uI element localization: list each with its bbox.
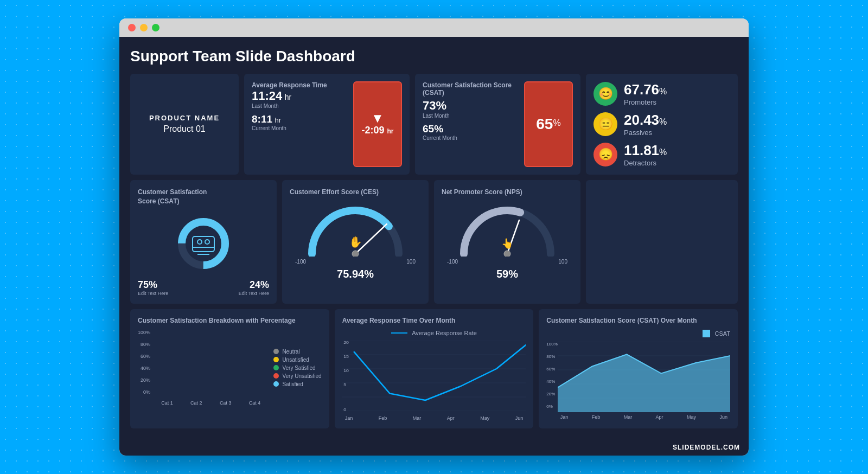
csat-info: Customer Satisfaction Score (CSAT) 73% L…: [423, 81, 519, 167]
bar-group-1: Cat 1: [154, 398, 181, 406]
detractors-data: 11.81% Detractors: [624, 142, 667, 167]
nps-panel: 😊 67.76% Promoters 😑 20.43%: [586, 74, 738, 175]
dashboard-title: Support Team Slide Dashboard: [130, 48, 738, 65]
csat-badge-box: 65%: [524, 81, 573, 167]
ces-gauge-labels: -100 100: [290, 259, 421, 265]
nps-gauge-wrap: 👆: [442, 202, 573, 257]
browser-window: Support Team Slide Dashboard PRODUCT NAM…: [119, 18, 749, 456]
product-card: PRODUCT NAME Product 01: [130, 74, 239, 175]
bar-chart-container: 100% 80% 60% 40% 20% 0% Cat 1: [138, 330, 322, 406]
csat-header-card: Customer Satisfaction Score (CSAT) 73% L…: [415, 74, 580, 175]
legend-neutral: Neutral: [273, 349, 321, 355]
rt-last-month-value: 11:24 hr: [252, 89, 348, 103]
bar-chart-area: 100% 80% 60% 40% 20% 0% Cat 1: [138, 330, 268, 406]
svg-text:20: 20: [343, 341, 349, 345]
detractors-row: 😞 11.81% Detractors: [593, 142, 730, 167]
nps-score-value: 59%: [442, 268, 573, 280]
csat-donut-container: [138, 211, 269, 276]
rt-current-month-label: Current Month: [252, 125, 348, 131]
passives-data: 20.43% Passives: [624, 112, 667, 137]
close-button[interactable]: [128, 24, 136, 31]
bottom-row: Customer Satisfaction Breakdown with Per…: [130, 309, 738, 428]
bar-chart-legend: Neutral Unsatisfied Very Satisfied: [268, 330, 321, 406]
promoters-label: Promoters: [624, 98, 667, 106]
avg-response-time-card: Average Response Time 11:24 hr Last Mont…: [244, 74, 410, 175]
svg-text:0: 0: [343, 407, 346, 412]
bar-group-4: Cat 4: [241, 398, 269, 406]
rt-change-value: -2:09 hr: [361, 125, 393, 136]
legend-very-satisfied-dot: [273, 365, 279, 370]
mid-row: Customer Satisfaction Score (CSAT): [130, 180, 738, 304]
area-chart-title: Customer Satisfaction Score (CSAT) Over …: [546, 317, 730, 324]
bar-chart-y-axis: 100% 80% 60% 40% 20% 0%: [138, 330, 150, 406]
csat-gauge-title: Customer Satisfaction Score (CSAT): [138, 188, 269, 206]
csat-current-month-label: Current Month: [423, 135, 519, 141]
legend-satisfied: Satisfied: [273, 381, 321, 387]
product-name-label: PRODUCT NAME: [149, 114, 220, 122]
area-chart-svg: [558, 342, 730, 412]
dashboard: Support Team Slide Dashboard PRODUCT NAM…: [119, 37, 749, 440]
promoters-row: 😊 67.76% Promoters: [593, 81, 730, 106]
area-legend-label: CSAT: [714, 330, 730, 337]
rt-info: Average Response Time 11:24 hr Last Mont…: [252, 81, 348, 167]
detractors-emoji-icon: 😞: [593, 143, 617, 166]
rt-change-box: ▼ -2:09 hr: [353, 81, 402, 167]
rt-label: Average Response Time: [252, 81, 348, 89]
ces-gauge-svg: ✋: [307, 205, 404, 257]
line-legend-label: Average Response Rate: [412, 330, 477, 336]
passives-value: 20.43%: [624, 112, 667, 129]
watermark: SLIDEMODEL.COM: [119, 439, 749, 456]
nps-gauge-svg: 👆: [458, 205, 556, 257]
area-chart-legend: CSAT: [546, 330, 730, 337]
line-chart-card: Average Response Time Over Month Average…: [335, 309, 534, 428]
csat-current-month-value: 65%: [423, 123, 519, 135]
mid-spacer: [586, 180, 738, 304]
legend-unsatisfied: Unsatisfied: [273, 357, 321, 363]
bar-chart-card: Customer Satisfaction Breakdown with Per…: [130, 309, 329, 428]
detractors-value: 11.81%: [624, 142, 667, 159]
rt-current-month-value: 8:11 hr: [252, 113, 348, 125]
browser-titlebar: [119, 18, 749, 37]
passives-emoji-icon: 😑: [593, 112, 617, 136]
nps-gauge-title: Net Promoter Score (NPS): [442, 188, 573, 197]
line-chart-title: Average Response Time Over Month: [342, 317, 526, 324]
area-chart-container: 100% 80% 60% 40% 20% 0%: [546, 342, 730, 420]
line-chart-svg: 20 15 10 5 0: [342, 341, 526, 411]
bar-group-3: Cat 3: [212, 398, 239, 406]
csat-percentages: 75% Edit Text Here 24% Edit Text Here: [138, 279, 269, 296]
top-row: PRODUCT NAME Product 01 Average Response…: [130, 74, 738, 175]
promoters-data: 67.76% Promoters: [624, 81, 667, 106]
bar-group-2: Cat 2: [183, 398, 210, 406]
area-legend-box: [703, 330, 710, 337]
svg-text:5: 5: [343, 382, 346, 388]
ces-gauge-card: Customer Effort Score (CES) ✋: [282, 180, 429, 304]
area-y-axis: 100% 80% 60% 40% 20% 0%: [546, 342, 557, 420]
svg-point-4: [197, 240, 202, 244]
rt-last-month-label: Last Month: [252, 103, 348, 109]
svg-rect-2: [193, 236, 214, 252]
csat-donut-svg: [174, 214, 233, 273]
legend-very-unsatisfied: Very Unsatisfied: [273, 373, 321, 379]
svg-point-11: [504, 251, 510, 257]
bar-chart-bars-wrap: Cat 1 Cat 2: [154, 330, 268, 406]
promoters-emoji-icon: 😊: [593, 82, 617, 106]
maximize-button[interactable]: [152, 24, 159, 31]
svg-text:✋: ✋: [349, 235, 362, 248]
line-legend-line: [391, 332, 407, 334]
ces-gauge-title: Customer Effort Score (CES): [290, 188, 421, 197]
csat-last-month-value: 73%: [423, 99, 519, 113]
area-chart-wrap: Jan Feb Mar Apr May Jun: [558, 342, 730, 420]
minimize-button[interactable]: [140, 24, 148, 31]
csat-gauge-card: Customer Satisfaction Score (CSAT): [130, 180, 277, 304]
promoters-value: 67.76%: [624, 81, 667, 98]
detractors-label: Detractors: [624, 159, 667, 167]
csat-header-label: Customer Satisfaction Score (CSAT): [423, 81, 519, 97]
line-chart-legend: Average Response Rate: [342, 330, 526, 336]
legend-very-satisfied: Very Satisfied: [273, 365, 321, 371]
csat-last-month-label: Last Month: [423, 113, 519, 119]
legend-unsatisfied-dot: [273, 357, 279, 362]
legend-very-unsatisfied-dot: [273, 373, 279, 379]
legend-neutral-dot: [273, 349, 279, 354]
nps-gauge-card: Net Promoter Score (NPS) 👆: [434, 180, 580, 304]
rt-change-arrow-icon: ▼: [371, 112, 384, 125]
